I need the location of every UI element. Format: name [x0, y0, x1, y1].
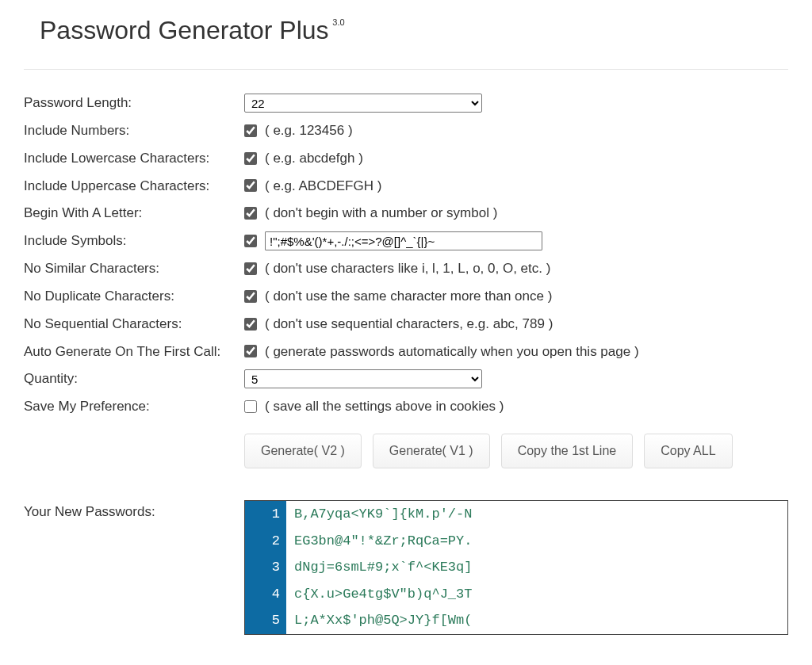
- row-no-duplicate: No Duplicate Characters: ( don't use the…: [24, 287, 788, 306]
- generate-v1-button[interactable]: Generate( V1 ): [373, 434, 490, 468]
- row-begin-with-letter: Begin With A Letter: ( don't begin with …: [24, 204, 788, 223]
- label-begin-with-letter: Begin With A Letter:: [24, 204, 244, 223]
- line-number: 1: [245, 501, 286, 528]
- checkbox-no-duplicate[interactable]: [244, 290, 257, 303]
- result-line: 3 dNgj=6smL#9;x`f^<KE3q]: [245, 554, 787, 581]
- label-results: Your New Passwords:: [24, 500, 244, 520]
- password-text[interactable]: c{X.u>Ge4tg$V"b)q^J_3T: [286, 581, 480, 608]
- hint-include-numbers: ( e.g. 123456 ): [265, 121, 353, 140]
- header: Password Generator Plus3.0: [24, 16, 788, 45]
- copy-all-button[interactable]: Copy ALL: [644, 434, 732, 468]
- label-no-duplicate: No Duplicate Characters:: [24, 287, 244, 306]
- generate-v2-button[interactable]: Generate( V2 ): [244, 434, 362, 468]
- hint-save-preference: ( save all the settings above in cookies…: [265, 397, 504, 416]
- result-line: 5 L;A*Xx$'ph@5Q>JY}f[Wm(: [245, 607, 787, 634]
- line-number: 2: [245, 528, 286, 555]
- results-row: Your New Passwords: 1 B,A7yqa<YK9`]{kM.p…: [24, 500, 788, 635]
- row-include-symbols: Include Symbols:: [24, 231, 788, 250]
- row-include-uppercase: Include Uppercase Characters: ( e.g. ABC…: [24, 177, 788, 196]
- hint-include-uppercase: ( e.g. ABCDEFGH ): [265, 177, 381, 196]
- checkbox-no-sequential[interactable]: [244, 318, 257, 331]
- select-password-length[interactable]: 22: [244, 94, 482, 113]
- password-text[interactable]: B,A7yqa<YK9`]{kM.p'/-N: [286, 501, 480, 528]
- checkbox-begin-with-letter[interactable]: [244, 207, 257, 220]
- label-no-similar: No Similar Characters:: [24, 259, 244, 278]
- results-box: 1 B,A7yqa<YK9`]{kM.p'/-N 2 EG3bn@4"!*&Zr…: [244, 500, 788, 635]
- result-line: 4 c{X.u>Ge4tg$V"b)q^J_3T: [245, 581, 787, 608]
- copy-first-line-button[interactable]: Copy the 1st Line: [501, 434, 634, 468]
- line-number: 3: [245, 554, 286, 581]
- row-save-preference: Save My Preference: ( save all the setti…: [24, 397, 788, 416]
- result-line: 1 B,A7yqa<YK9`]{kM.p'/-N: [245, 501, 787, 528]
- row-include-lowercase: Include Lowercase Characters: ( e.g. abc…: [24, 149, 788, 168]
- checkbox-include-lowercase[interactable]: [244, 152, 257, 165]
- input-symbols[interactable]: [265, 231, 542, 250]
- row-quantity: Quantity: 5: [24, 369, 788, 388]
- hint-no-sequential: ( don't use sequential characters, e.g. …: [265, 315, 553, 334]
- line-number: 4: [245, 581, 286, 608]
- row-auto-generate: Auto Generate On The First Call: ( gener…: [24, 342, 788, 361]
- checkbox-include-uppercase[interactable]: [244, 179, 257, 192]
- divider: [24, 69, 788, 70]
- select-quantity[interactable]: 5: [244, 369, 482, 388]
- label-include-symbols: Include Symbols:: [24, 231, 244, 250]
- buttons-row: Generate( V2 ) Generate( V1 ) Copy the 1…: [244, 434, 788, 468]
- password-text[interactable]: dNgj=6smL#9;x`f^<KE3q]: [286, 554, 480, 581]
- hint-auto-generate: ( generate passwords automatically when …: [265, 342, 639, 361]
- checkbox-auto-generate[interactable]: [244, 345, 257, 357]
- label-save-preference: Save My Preference:: [24, 397, 244, 416]
- row-include-numbers: Include Numbers: ( e.g. 123456 ): [24, 121, 788, 140]
- title-text: Password Generator Plus: [40, 16, 329, 44]
- version-text: 3.0: [332, 17, 344, 27]
- label-password-length: Password Length:: [24, 94, 244, 113]
- checkbox-save-preference[interactable]: [244, 400, 257, 413]
- label-include-numbers: Include Numbers:: [24, 121, 244, 140]
- label-include-lowercase: Include Lowercase Characters:: [24, 149, 244, 168]
- password-text[interactable]: EG3bn@4"!*&Zr;RqCa=PY.: [286, 528, 480, 555]
- hint-no-similar: ( don't use characters like i, l, 1, L, …: [265, 259, 550, 278]
- hint-begin-with-letter: ( don't begin with a number or symbol ): [265, 204, 497, 223]
- page-title: Password Generator Plus3.0: [40, 16, 329, 45]
- checkbox-include-numbers[interactable]: [244, 124, 257, 137]
- result-line: 2 EG3bn@4"!*&Zr;RqCa=PY.: [245, 528, 787, 555]
- hint-no-duplicate: ( don't use the same character more than…: [265, 287, 552, 306]
- label-no-sequential: No Sequential Characters:: [24, 315, 244, 334]
- row-no-sequential: No Sequential Characters: ( don't use se…: [24, 315, 788, 334]
- password-text[interactable]: L;A*Xx$'ph@5Q>JY}f[Wm(: [286, 607, 480, 634]
- checkbox-include-symbols[interactable]: [244, 235, 257, 247]
- hint-include-lowercase: ( e.g. abcdefgh ): [265, 149, 363, 168]
- row-no-similar: No Similar Characters: ( don't use chara…: [24, 259, 788, 278]
- label-quantity: Quantity:: [24, 369, 244, 388]
- row-password-length: Password Length: 22: [24, 94, 788, 113]
- label-include-uppercase: Include Uppercase Characters:: [24, 177, 244, 196]
- label-auto-generate: Auto Generate On The First Call:: [24, 342, 244, 361]
- checkbox-no-similar[interactable]: [244, 262, 257, 275]
- line-number: 5: [245, 607, 286, 634]
